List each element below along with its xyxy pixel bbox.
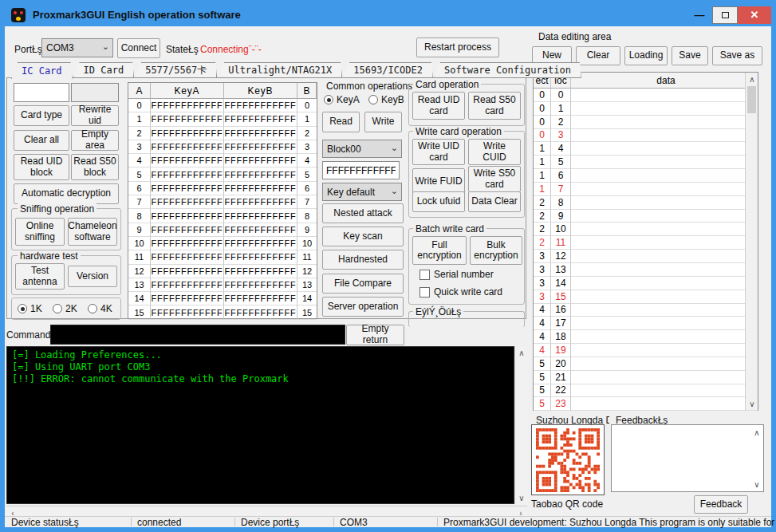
keya-radio[interactable]: KeyA [324, 94, 360, 105]
data-cell[interactable] [571, 102, 758, 116]
key-cell[interactable]: FFFFFFFFFFFF [224, 278, 297, 292]
key-cell[interactable]: 8 [128, 209, 151, 223]
data-cell[interactable]: 1 [534, 142, 551, 156]
data-cell[interactable]: 1 [551, 102, 571, 116]
data-cell[interactable]: 5 [534, 371, 551, 384]
data-cell[interactable]: 3 [534, 277, 551, 290]
scroll-up-icon[interactable]: ∧ [515, 346, 528, 359]
data-cell[interactable] [571, 384, 758, 398]
data-cell[interactable]: 6 [551, 169, 571, 183]
key-cell[interactable]: FFFFFFFFFFFF [224, 140, 297, 154]
key-cell[interactable]: 6 [128, 182, 151, 195]
key-cell[interactable]: 11 [297, 250, 317, 264]
data-cell[interactable]: 0 [534, 116, 551, 129]
data-cell[interactable]: 4 [534, 304, 551, 317]
data-cell[interactable] [571, 116, 758, 129]
read-s50-block-button[interactable]: Read S50 block [71, 154, 119, 180]
keyb-radio[interactable]: KeyB [368, 94, 404, 105]
port-select[interactable]: COM3⌄ [41, 38, 113, 57]
rewrite-uid-button[interactable]: Rewrite uid [71, 105, 119, 126]
key-cell[interactable]: FFFFFFFFFFFF [151, 182, 224, 195]
close-button[interactable]: ✕ [738, 6, 771, 24]
key-cell[interactable]: FFFFFFFFFFFF [224, 112, 297, 126]
key-cell[interactable]: 10 [128, 237, 151, 250]
size-radio-1k[interactable]: 1K [18, 303, 42, 314]
key-cell[interactable]: FFFFFFFFFFFF [224, 305, 297, 319]
key-cell[interactable]: 13 [297, 278, 317, 292]
hardnested-button[interactable]: Hardnested [322, 250, 404, 270]
connect-button[interactable]: Connect [117, 38, 160, 58]
data-cell[interactable] [571, 357, 758, 371]
key-cell[interactable]: 1 [128, 112, 151, 126]
data-cell[interactable]: 5 [534, 357, 551, 371]
data-cell[interactable] [571, 277, 758, 290]
key-cell[interactable]: 8 [297, 209, 317, 223]
data-cell[interactable]: 2 [534, 223, 551, 236]
test-antenna-button[interactable]: Test antenna [15, 263, 65, 290]
key-scan-button[interactable]: Key scan [322, 227, 404, 246]
key-cell[interactable]: FFFFFFFFFFFF [151, 209, 224, 223]
key-cell[interactable]: FFFFFFFFFFFF [151, 99, 224, 112]
key-cell[interactable]: FFFFFFFFFFFF [224, 99, 297, 112]
card-type-button[interactable]: Card type [14, 105, 69, 126]
key-cell[interactable]: 4 [128, 154, 151, 167]
restart-process-button[interactable]: Restart process [416, 37, 499, 57]
data-cell[interactable]: 17 [551, 317, 571, 330]
data-cell[interactable]: 13 [551, 263, 571, 277]
key-cell[interactable]: FFFFFFFFFFFF [224, 250, 297, 264]
data-cell[interactable]: 14 [551, 277, 571, 290]
key-cell[interactable]: FFFFFFFFFFFF [151, 140, 224, 154]
size-radio-2k[interactable]: 2K [53, 303, 77, 314]
read-s50-card-button[interactable]: Read S50 card [468, 92, 521, 120]
uid-secondary-input[interactable] [71, 83, 119, 102]
scroll-thumb[interactable] [747, 86, 756, 113]
data-cell[interactable]: 1 [534, 169, 551, 183]
data-cell[interactable] [571, 129, 758, 143]
loading-button[interactable]: Loading [624, 46, 668, 65]
maximize-button[interactable] [712, 6, 738, 24]
key-cell[interactable]: FFFFFFFFFFFF [151, 223, 224, 237]
key-cell[interactable]: 2 [297, 127, 317, 140]
key-cell[interactable]: 9 [128, 223, 151, 237]
data-table-vscrollbar[interactable]: ∧ ∨ [745, 73, 758, 410]
write-button[interactable]: Write [364, 112, 402, 132]
feedback-button[interactable]: Feedback [694, 495, 748, 514]
key-cell[interactable]: 0 [128, 99, 151, 112]
data-cell[interactable]: 3 [534, 290, 551, 304]
key-cell[interactable]: 12 [297, 265, 317, 278]
tab-ic-card[interactable]: IC Card [11, 62, 73, 79]
data-cell[interactable] [571, 223, 758, 236]
data-cell[interactable] [571, 290, 758, 304]
command-input[interactable] [50, 325, 345, 345]
key-cell[interactable]: FFFFFFFFFFFF [224, 209, 297, 223]
chameleon-software-button[interactable]: Chameleon software [68, 218, 117, 246]
data-cell[interactable]: 5 [534, 397, 551, 411]
empty-area-button[interactable]: Empty area [71, 130, 119, 151]
automatic-decryption-button[interactable]: Automatic decryption [14, 183, 119, 204]
data-cell[interactable]: 16 [551, 304, 571, 317]
tab-id-card[interactable]: ID Card [73, 62, 135, 78]
scroll-up-icon[interactable]: ∧ [746, 73, 758, 85]
data-cell[interactable]: 2 [551, 116, 571, 129]
clear-all-button[interactable]: Clear all [14, 130, 69, 151]
key-cell[interactable]: 1 [297, 112, 317, 126]
data-cell[interactable]: 7 [551, 183, 571, 196]
key-default-select[interactable]: Key default⌄ [322, 183, 402, 201]
key-cell[interactable]: 10 [297, 237, 317, 250]
data-cell[interactable]: 19 [551, 344, 571, 357]
read-uid-block-button[interactable]: Read UID block [14, 154, 69, 180]
key-cell[interactable]: 14 [297, 292, 317, 305]
save-as-button[interactable]: Save as [712, 46, 762, 65]
key-cell[interactable]: 15 [128, 305, 151, 319]
data-cell[interactable]: 18 [551, 330, 571, 344]
key-cell[interactable]: 5 [128, 167, 151, 181]
minimize-button[interactable]: — [687, 6, 712, 24]
data-cell[interactable]: 2 [534, 210, 551, 223]
tab-5577-5567-[interactable]: 5577/5567卡 [135, 62, 217, 78]
quick-write-checkbox[interactable]: Quick write card [420, 286, 502, 298]
data-cell[interactable] [571, 317, 758, 330]
file-compare-button[interactable]: File Compare [322, 274, 404, 294]
key-cell[interactable]: FFFFFFFFFFFF [224, 167, 297, 181]
key-cell[interactable]: 11 [128, 250, 151, 264]
uid-input[interactable] [14, 83, 69, 102]
